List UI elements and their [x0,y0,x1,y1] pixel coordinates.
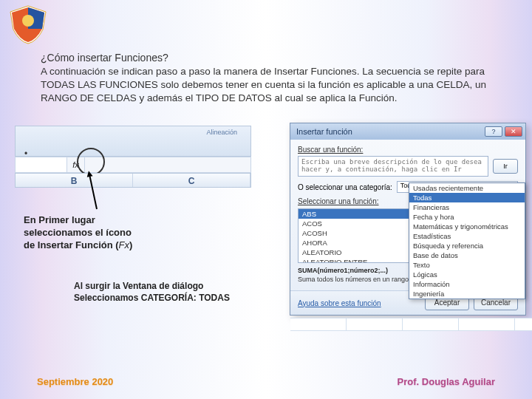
institution-logo [6,4,50,45]
help-link[interactable]: Ayuda sobre esta función [298,299,381,307]
footer-date: Septiembre 2020 [37,376,113,387]
dropdown-item[interactable]: Base de datos [409,250,525,260]
dropdown-item[interactable]: Lógicas [409,270,525,279]
name-box[interactable] [16,157,67,172]
dropdown-item[interactable]: Texto [409,260,525,270]
dialog-title: Insertar función [296,127,352,136]
insert-function-dialog: Insertar función ? ✕ Buscar una función:… [290,123,526,316]
dropdown-item[interactable]: Estadísticas [409,231,525,241]
close-icon[interactable]: ✕ [505,126,522,137]
dropdown-item[interactable]: Todas [409,193,525,202]
formula-bar: fx [15,157,251,173]
dialog-titlebar[interactable]: Insertar función ? ✕ [290,123,525,140]
search-input[interactable] [298,156,488,177]
svg-point-0 [22,15,34,27]
search-label: Buscar una función: [298,146,518,154]
dropdown-item[interactable]: Financieras [409,202,525,212]
dropdown-item[interactable]: Información [409,279,525,289]
intro-paragraph: A continuación se indican paso a paso la… [41,65,491,106]
diagram: Alineación • fx B C En Primer lugar sele… [15,126,517,332]
dropdown-item[interactable]: Fecha y hora [409,212,525,222]
column-header-b[interactable]: B [16,174,133,187]
caption-step1: En Primer lugar seleccionamos el ícono d… [24,214,142,252]
text-block: ¿Cómo insertar Funciones? A continuación… [41,52,491,106]
dropdown-item[interactable]: Búsqueda y referencia [409,241,525,250]
ribbon-group-label: Alineación [206,129,237,136]
insert-function-button[interactable]: fx [67,157,85,172]
help-icon[interactable]: ? [485,126,502,137]
go-button[interactable]: Ir [493,159,518,174]
category-label: O seleccionar una categoría: [298,183,392,191]
dropdown-item[interactable]: Ingeniería [409,289,525,299]
column-header-c[interactable]: C [133,174,250,187]
footer-author: Prof. Douglas Aguilar [398,376,495,387]
spreadsheet-gridlines [290,318,532,331]
page-title: ¿Cómo insertar Funciones? [41,52,491,64]
dropdown-item[interactable]: Matemáticas y trigonométricas [409,222,525,231]
category-dropdown[interactable]: Usadas recientementeTodasFinancierasFech… [409,183,525,299]
excel-ribbon: Alineación • [15,126,251,157]
slide-footer: Septiembre 2020 Prof. Douglas Aguilar [0,376,532,387]
column-headers: B C [15,173,251,188]
caption-step2: Al surgir la Ventana de diálogo Seleccio… [74,281,259,304]
dropdown-item[interactable]: Usadas recientemente [409,183,525,193]
